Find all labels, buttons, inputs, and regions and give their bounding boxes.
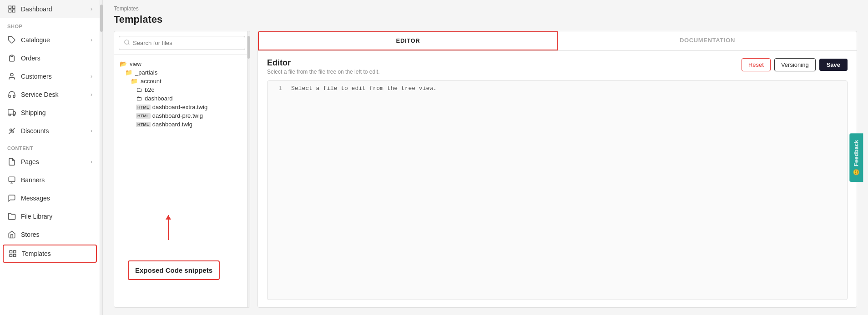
svg-point-12: [12, 131, 14, 133]
svg-point-6: [10, 73, 13, 76]
tree-item-label: dashboard-extra.twig: [152, 104, 207, 110]
html-badge: HTML: [136, 113, 151, 119]
sidebar-item-file-library[interactable]: File Library: [0, 207, 100, 225]
orders-icon: [7, 54, 16, 63]
feedback-tab[interactable]: 😊 Feedback: [850, 133, 863, 182]
editor-panel: EDITOR DOCUMENTATION Editor Select a fil…: [257, 31, 857, 308]
tree-item-dashboard-pre[interactable]: HTML dashboard-pre.twig: [114, 111, 250, 120]
line-number: 1: [273, 85, 282, 92]
sidebar-item-discounts[interactable]: Discounts ›: [0, 122, 100, 140]
tree-item-label: view: [130, 60, 141, 67]
reset-button[interactable]: Reset: [742, 58, 771, 71]
main-area: Templates Templates 📂 view: [103, 0, 868, 315]
sidebar-item-label: Service Desk: [21, 91, 58, 98]
editor-tabs: EDITOR DOCUMENTATION: [258, 31, 857, 51]
versioning-button[interactable]: Versioning: [774, 58, 816, 71]
sidebar-item-customers[interactable]: Customers ›: [0, 67, 100, 85]
editor-title-area: Editor Select a file from the file tree …: [267, 58, 379, 75]
sidebar-item-stores[interactable]: Stores: [0, 225, 100, 244]
editor-header: Editor Select a file from the file tree …: [267, 58, 848, 75]
file-tree: 📂 view 📁 _partials 📁 account 🗀 b2c: [114, 55, 250, 307]
tree-item-view[interactable]: 📂 view: [114, 60, 250, 68]
catalogue-icon: [7, 35, 16, 45]
sidebar-item-shipping[interactable]: Shipping: [0, 104, 100, 122]
editor-body: Editor Select a file from the file tree …: [258, 51, 857, 307]
sidebar-item-label: Orders: [21, 55, 40, 62]
folder-outline-icon: 🗀: [136, 86, 142, 93]
svg-line-21: [128, 44, 130, 45]
tree-item-account[interactable]: 📁 account: [114, 77, 250, 85]
folder-icon: 📁: [125, 69, 132, 76]
dashboard-icon: [7, 5, 16, 14]
sidebar-item-messages[interactable]: Messages: [0, 189, 100, 207]
svg-rect-16: [10, 250, 12, 253]
sidebar-item-pages[interactable]: Pages ›: [0, 153, 100, 171]
sidebar-item-label: File Library: [21, 213, 52, 220]
page-title: Templates: [114, 14, 857, 25]
chevron-icon: ›: [91, 73, 92, 80]
tree-scrollbar-thumb: [247, 36, 250, 59]
messages-icon: [7, 194, 16, 203]
customers-icon: [7, 72, 16, 81]
html-badge: HTML: [136, 122, 151, 127]
tab-documentation[interactable]: DOCUMENTATION: [558, 31, 857, 50]
section-label-shop: SHOP: [0, 18, 100, 31]
tree-item-label: _partials: [135, 69, 157, 76]
search-icon: [124, 39, 130, 47]
sidebar-item-templates[interactable]: Templates: [3, 245, 97, 263]
svg-rect-18: [10, 255, 12, 257]
sidebar-item-orders[interactable]: Orders: [0, 49, 100, 67]
tab-editor[interactable]: EDITOR: [258, 31, 558, 50]
tree-item-label: b2c: [145, 86, 154, 93]
sidebar-item-service-desk[interactable]: Service Desk ›: [0, 85, 100, 104]
tree-item-label: dashboard: [145, 95, 172, 102]
sidebar-item-label: Banners: [21, 176, 45, 184]
breadcrumb: Templates: [114, 5, 857, 12]
tree-item-partials[interactable]: 📁 _partials: [114, 68, 250, 77]
sidebar-scrollbar-thumb: [100, 5, 103, 32]
sidebar-item-label: Shipping: [21, 109, 46, 116]
code-editor[interactable]: 1 Select a file to edit from the tree vi…: [267, 80, 848, 300]
file-tree-panel: 📂 view 📁 _partials 📁 account 🗀 b2c: [114, 31, 250, 308]
chevron-icon: ›: [91, 91, 92, 98]
tree-scrollbar[interactable]: [247, 31, 250, 307]
search-input[interactable]: [133, 40, 240, 46]
sidebar-item-catalogue[interactable]: Catalogue ›: [0, 31, 100, 49]
svg-rect-3: [13, 10, 15, 12]
sidebar-item-label: Discounts: [21, 127, 49, 135]
sidebar-item-label: Templates: [22, 250, 51, 257]
line-code: Select a file to edit from the tree view…: [291, 85, 437, 92]
annotation-box: Exposed Code snippets: [128, 260, 220, 280]
search-box: [114, 31, 250, 55]
svg-rect-2: [9, 10, 11, 12]
chevron-icon: ›: [91, 6, 92, 12]
tree-item-b2c[interactable]: 🗀 b2c: [114, 85, 250, 94]
svg-rect-5: [11, 55, 13, 56]
folder-open-icon: 📂: [120, 60, 127, 67]
tree-item-dashboard-folder[interactable]: 🗀 dashboard: [114, 94, 250, 103]
svg-rect-1: [13, 6, 15, 8]
svg-rect-0: [9, 6, 11, 8]
search-input-wrapper[interactable]: [119, 36, 245, 50]
svg-point-20: [125, 40, 129, 44]
sidebar-item-label: Customers: [21, 73, 52, 80]
svg-rect-7: [8, 110, 13, 114]
html-badge: HTML: [136, 105, 151, 110]
tree-item-dashboard-extra[interactable]: HTML dashboard-extra.twig: [114, 103, 250, 111]
editor-title: Editor: [267, 58, 379, 68]
svg-marker-8: [13, 111, 15, 114]
sidebar-item-dashboard[interactable]: Dashboard ›: [0, 0, 100, 18]
section-label-content: CONTENT: [0, 140, 100, 153]
shipping-icon: [7, 108, 16, 117]
pages-icon: [7, 157, 16, 166]
sidebar-item-banners[interactable]: Banners: [0, 171, 100, 189]
sidebar-item-label: Messages: [21, 195, 50, 202]
save-button[interactable]: Save: [819, 59, 848, 71]
discounts-icon: [7, 126, 16, 135]
svg-rect-13: [9, 177, 15, 182]
sidebar-item-label: Catalogue: [21, 36, 50, 44]
tree-item-label: account: [141, 78, 161, 85]
content-layout: 📂 view 📁 _partials 📁 account 🗀 b2c: [103, 31, 868, 315]
chevron-icon: ›: [91, 128, 92, 134]
tree-item-dashboard-twig[interactable]: HTML dashboard.twig: [114, 120, 250, 129]
